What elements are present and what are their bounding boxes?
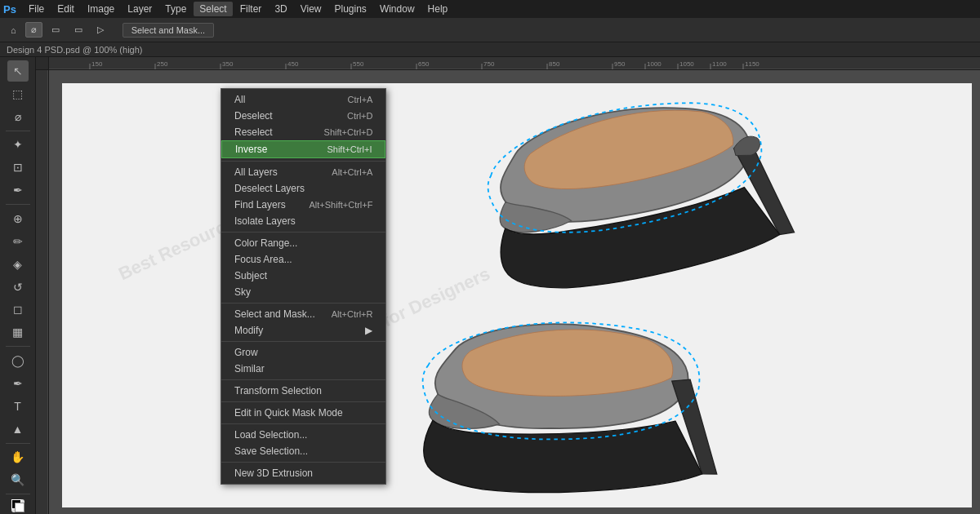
menu-item-reselect-label: Reselect <box>234 126 273 138</box>
menu-item-all-layers-shortcut: Alt+Ctrl+A <box>332 167 372 177</box>
svg-text:550: 550 <box>353 60 364 68</box>
menu-item-subject-label: Subject <box>234 270 267 281</box>
app-logo: Ps <box>3 3 16 16</box>
select-dropdown-menu: All Ctrl+A Deselect Ctrl+D Reselect Shif… <box>220 88 386 485</box>
ruler-vertical <box>36 70 49 514</box>
menu-item-find-layers[interactable]: Find Layers Alt+Shift+Ctrl+F <box>221 197 385 213</box>
tool-select[interactable]: ⬚ <box>7 83 29 104</box>
tool-text[interactable]: T <box>7 396 29 417</box>
tool-brush[interactable]: ✏ <box>7 231 29 252</box>
tool-gradient[interactable]: ▦ <box>7 321 29 343</box>
tool-dodge[interactable]: ◯ <box>7 350 29 371</box>
menu-type[interactable]: Type <box>159 2 192 16</box>
tool-history[interactable]: ↺ <box>7 277 29 298</box>
fg-bg-colors[interactable] <box>11 499 24 512</box>
toolbar-opt[interactable]: ▷ <box>91 22 109 38</box>
menu-item-inverse-shortcut: Shift+Ctrl+I <box>327 144 372 154</box>
menu-item-quick-mask[interactable]: Edit in Quick Mask Mode <box>221 405 385 421</box>
menu-item-focus-area[interactable]: Focus Area... <box>221 251 385 268</box>
menu-item-color-range[interactable]: Color Range... <box>221 235 385 251</box>
svg-text:650: 650 <box>418 60 430 68</box>
menu-item-select-and-mask[interactable]: Select and Mask... Alt+Ctrl+R <box>221 306 385 322</box>
svg-text:850: 850 <box>549 60 560 68</box>
menu-item-all-layers[interactable]: All Layers Alt+Ctrl+A <box>221 164 385 180</box>
menu-edit[interactable]: Edit <box>51 2 80 16</box>
separator-1 <box>221 161 385 162</box>
toolbar-ellipse-select[interactable]: ▭ <box>69 22 88 38</box>
menu-item-inverse[interactable]: Inverse Shift+Ctrl+I <box>221 140 385 158</box>
menu-item-all[interactable]: All Ctrl+A <box>221 91 385 108</box>
menu-help[interactable]: Help <box>422 2 454 16</box>
rulers-top: 150 250 350 450 550 650 750 850 <box>36 57 980 70</box>
separator-6 <box>221 401 385 402</box>
toolbar-rect-select[interactable]: ▭ <box>46 22 65 38</box>
tool-crop[interactable]: ⊡ <box>7 157 29 178</box>
tool-divider-2 <box>6 204 30 205</box>
menu-item-transform-selection[interactable]: Transform Selection <box>221 383 385 399</box>
menu-item-sky[interactable]: Sky <box>221 284 385 300</box>
menu-plugins[interactable]: Plugins <box>329 2 372 16</box>
canvas-main-row: Best Resources for Designers Best Resour… <box>36 70 980 514</box>
menu-item-deselect-shortcut: Ctrl+D <box>347 111 372 121</box>
left-tools-panel: ↖ ⬚ ⌀ ✦ ⊡ ✒ ⊕ ✏ ◈ ↺ ◻ ▦ ◯ ✒ T ▲ ✋ 🔍 <box>0 57 36 514</box>
svg-text:150: 150 <box>91 60 103 68</box>
menu-item-subject[interactable]: Subject <box>221 268 385 284</box>
menu-item-grow[interactable]: Grow <box>221 344 385 361</box>
menu-image[interactable]: Image <box>82 2 120 16</box>
canvas-viewport[interactable]: Best Resources for Designers Best Resour… <box>49 70 980 514</box>
menu-3d[interactable]: 3D <box>269 2 292 16</box>
menu-select[interactable]: Select <box>194 2 232 16</box>
tool-divider-1 <box>6 131 30 131</box>
tool-heal[interactable]: ⊕ <box>7 208 29 229</box>
tool-zoom[interactable]: 🔍 <box>7 469 29 490</box>
menu-item-find-layers-label: Find Layers <box>234 199 286 210</box>
separator-3 <box>221 303 385 304</box>
menu-item-new-3d-extrusion[interactable]: New 3D Extrusion <box>221 465 385 481</box>
toolbar: ⌂ ⌀ ▭ ▭ ▷ Select and Mask... <box>0 18 980 42</box>
menu-item-color-range-label: Color Range... <box>234 237 297 249</box>
svg-text:950: 950 <box>614 60 626 68</box>
menu-item-reselect[interactable]: Reselect Shift+Ctrl+D <box>221 124 385 140</box>
tool-stamp[interactable]: ◈ <box>7 254 29 275</box>
menu-item-transform-selection-label: Transform Selection <box>234 385 322 397</box>
menu-file[interactable]: File <box>23 2 50 16</box>
doc-title-suffix: ) <box>140 45 143 55</box>
menu-item-deselect[interactable]: Deselect Ctrl+D <box>221 108 385 124</box>
tool-pen[interactable]: ✒ <box>7 373 29 394</box>
menu-item-deselect-label: Deselect <box>234 110 273 122</box>
menu-item-select-and-mask-label: Select and Mask... <box>234 308 315 320</box>
menu-layer[interactable]: Layer <box>122 2 158 16</box>
tool-eyedropper[interactable]: ✒ <box>7 179 29 201</box>
select-and-mask-button[interactable]: Select and Mask... <box>122 23 215 38</box>
menu-item-load-selection[interactable]: Load Selection... <box>221 427 385 443</box>
separator-8 <box>221 462 385 463</box>
menu-item-isolate-layers[interactable]: Isolate Layers <box>221 213 385 229</box>
menu-item-similar[interactable]: Similar <box>221 361 385 377</box>
tool-shape[interactable]: ▲ <box>7 419 29 440</box>
ruler-horizontal: 150 250 350 450 550 650 750 850 <box>49 57 980 70</box>
menu-bar: Ps File Edit Image Layer Type Select Fil… <box>0 0 980 18</box>
menu-item-modify-arrow: ▶ <box>365 325 372 336</box>
tool-hand[interactable]: ✋ <box>7 447 29 468</box>
toolbar-lasso[interactable]: ⌀ <box>25 22 42 38</box>
svg-text:350: 350 <box>222 60 234 68</box>
menu-item-all-layers-label: All Layers <box>234 166 278 178</box>
tool-move[interactable]: ↖ <box>7 60 29 82</box>
tool-magic-wand[interactable]: ✦ <box>7 135 29 156</box>
menu-item-deselect-layers[interactable]: Deselect Layers <box>221 180 385 197</box>
menu-item-load-selection-label: Load Selection... <box>234 429 307 441</box>
shoes-illustration <box>62 83 972 507</box>
menu-item-modify[interactable]: Modify ▶ <box>221 322 385 339</box>
toolbar-home[interactable]: ⌂ <box>5 23 22 38</box>
menu-item-all-shortcut: Ctrl+A <box>348 95 373 104</box>
menu-filter[interactable]: Filter <box>234 2 268 16</box>
menu-window[interactable]: Window <box>374 2 421 16</box>
tool-lasso[interactable]: ⌀ <box>7 106 29 127</box>
document-title: Design 4 PSD.psd @ 100% (high <box>7 45 140 55</box>
menu-item-save-selection[interactable]: Save Selection... <box>221 443 385 459</box>
menu-item-similar-label: Similar <box>234 363 265 374</box>
tool-eraser[interactable]: ◻ <box>7 299 29 320</box>
menu-item-inverse-label: Inverse <box>235 144 267 155</box>
menu-view[interactable]: View <box>295 2 327 16</box>
doc-header: Design 4 PSD.psd @ 100% (high ) <box>0 42 980 57</box>
